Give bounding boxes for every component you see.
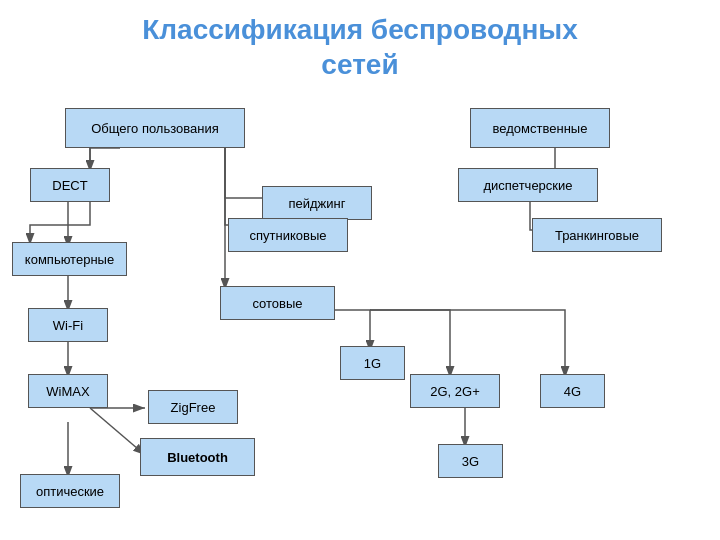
title-line1: Классификация беспроводных <box>142 14 578 45</box>
box-sotovye: сотовые <box>220 286 335 320</box>
box-g1: 1G <box>340 346 405 380</box>
box-vedomstvennye: ведомственные <box>470 108 610 148</box>
box-dect: DECT <box>30 168 110 202</box>
diagram: Общего пользования ведомственные DECT пе… <box>0 90 720 520</box>
title-line2: сетей <box>321 49 398 80</box>
box-opticheskie: оптические <box>20 474 120 508</box>
box-dispetcherskie: диспетчерские <box>458 168 598 202</box>
box-obshhego: Общего пользования <box>65 108 245 148</box>
box-g2: 2G, 2G+ <box>410 374 500 408</box>
box-wimax: WiMAX <box>28 374 108 408</box>
connector-lines <box>0 90 720 520</box>
page-title: Классификация беспроводных сетей <box>0 0 720 90</box>
box-bluetooth: Bluetooth <box>140 438 255 476</box>
box-sputnikovye: спутниковые <box>228 218 348 252</box>
box-g3: 3G <box>438 444 503 478</box>
box-wifi: Wi-Fi <box>28 308 108 342</box>
box-pejdzhing: пейджинг <box>262 186 372 220</box>
box-kompyuternye: компьютерные <box>12 242 127 276</box>
box-zigfree: ZigFree <box>148 390 238 424</box>
box-trankingovye: Транкинговые <box>532 218 662 252</box>
box-g4: 4G <box>540 374 605 408</box>
